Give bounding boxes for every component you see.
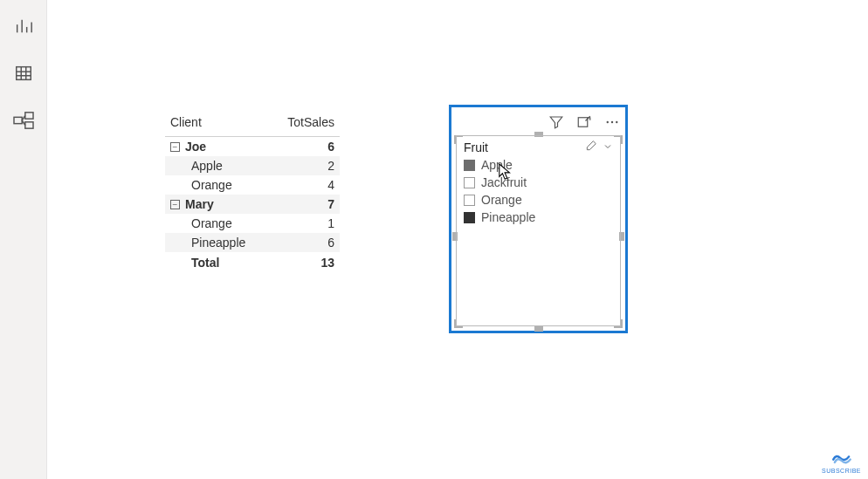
visual-header-toolbar (451, 111, 620, 133)
slicer-visual[interactable]: Fruit Apple Jackfruit (449, 105, 628, 333)
more-options-icon[interactable] (604, 114, 620, 130)
matrix-total-label: Total (165, 252, 270, 272)
matrix-detail-label: Orange (165, 175, 270, 195)
subscribe-watermark: SUBSCRIBE (822, 449, 861, 474)
matrix-column-header[interactable]: TotSales (270, 112, 340, 137)
filter-icon[interactable] (548, 114, 564, 130)
svg-rect-10 (24, 113, 32, 119)
slicer-title: Fruit (464, 140, 488, 154)
matrix-group-row[interactable]: −Mary 7 (165, 195, 340, 214)
matrix-group-value: 6 (270, 137, 340, 157)
svg-point-17 (616, 121, 617, 123)
svg-point-15 (607, 121, 609, 123)
subscribe-label: SUBSCRIBE (822, 468, 861, 474)
matrix-group-row[interactable]: −Joe 6 (165, 137, 340, 157)
matrix-group-label: Joe (185, 140, 206, 154)
focus-mode-icon[interactable] (576, 114, 592, 130)
svg-point-16 (611, 121, 613, 123)
collapse-icon[interactable]: − (170, 142, 180, 152)
report-canvas[interactable]: Client TotSales −Joe 6 Apple 2 Orange 4 (47, 0, 868, 479)
matrix-total-value: 13 (270, 252, 340, 272)
matrix-detail-label: Orange (165, 214, 270, 233)
svg-rect-14 (578, 118, 588, 127)
slicer-item-label: Orange (481, 193, 522, 207)
matrix-detail-label: Apple (165, 156, 270, 175)
matrix-table: Client TotSales −Joe 6 Apple 2 Orange 4 (165, 112, 340, 272)
report-view-icon[interactable] (11, 14, 36, 38)
matrix-detail-value: 1 (270, 214, 340, 233)
svg-rect-4 (16, 67, 31, 80)
matrix-visual[interactable]: Client TotSales −Joe 6 Apple 2 Orange 4 (165, 112, 340, 272)
checkbox-icon[interactable] (464, 195, 475, 206)
slicer-item[interactable]: Pineapple (464, 209, 613, 226)
checkbox-icon[interactable] (464, 160, 475, 171)
slicer-item[interactable]: Apple (464, 156, 613, 174)
matrix-detail-value: 2 (270, 156, 340, 175)
slicer-item-list: Apple Jackfruit Orange Pineapple (457, 156, 620, 226)
view-nav-rail (0, 0, 47, 479)
matrix-detail-value: 6 (270, 233, 340, 252)
matrix-detail-value: 4 (270, 175, 340, 195)
slicer-item-label: Pineapple (481, 210, 535, 224)
slicer-item[interactable]: Orange (464, 191, 613, 209)
slicer-item[interactable]: Jackfruit (464, 174, 613, 191)
checkbox-icon[interactable] (464, 212, 475, 223)
checkbox-icon[interactable] (464, 177, 475, 188)
slicer-item-label: Apple (481, 158, 513, 172)
matrix-detail-row[interactable]: Orange 1 (165, 214, 340, 233)
matrix-detail-row[interactable]: Pineapple 6 (165, 233, 340, 252)
matrix-group-value: 7 (270, 195, 340, 214)
data-view-icon[interactable] (11, 61, 36, 86)
chevron-down-icon[interactable] (603, 140, 613, 154)
matrix-total-row: Total 13 (165, 252, 340, 272)
slicer-item-label: Jackfruit (481, 175, 527, 189)
matrix-group-label: Mary (185, 197, 214, 211)
matrix-detail-row[interactable]: Orange 4 (165, 175, 340, 195)
eraser-icon[interactable] (585, 140, 597, 154)
matrix-detail-label: Pineapple (165, 233, 270, 252)
matrix-column-header[interactable]: Client (165, 112, 270, 137)
collapse-icon[interactable]: − (170, 200, 180, 209)
slicer-body: Fruit Apple Jackfruit (456, 135, 621, 326)
resize-handle[interactable] (534, 326, 543, 332)
svg-rect-9 (14, 117, 22, 123)
matrix-detail-row[interactable]: Apple 2 (165, 156, 340, 175)
model-view-icon[interactable] (11, 108, 36, 133)
svg-rect-11 (24, 122, 32, 128)
